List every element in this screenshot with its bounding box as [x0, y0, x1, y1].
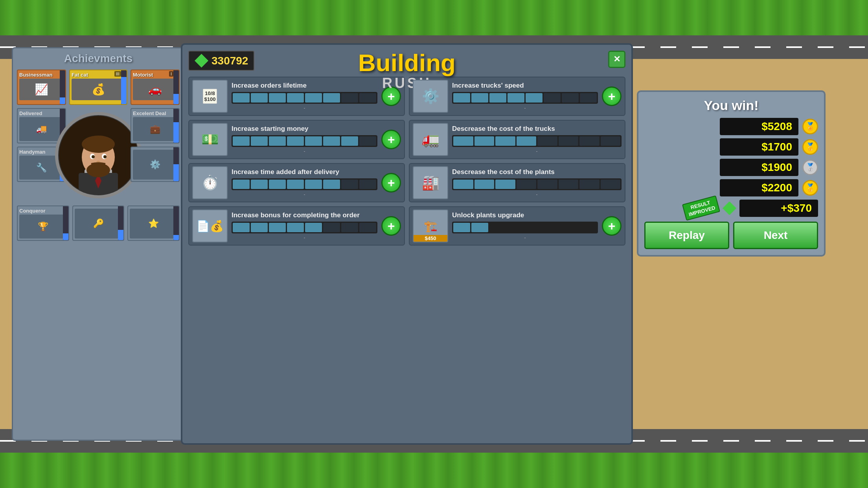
sm-seg4: [287, 136, 304, 146]
progress-blank2: [173, 206, 179, 240]
upgrade-item-plants-cost: 🏭 Descrease the cost of the plants: [409, 163, 625, 202]
up-seg7: [562, 223, 579, 232]
upgrade-bar-trucks-speed: [452, 92, 598, 104]
upgrade-icon-unlock-plants: 🏗️ $450: [413, 209, 448, 242]
avatar: [55, 112, 142, 198]
upgrade-content-bonus-order: Increase bonus for completing the order …: [232, 211, 377, 240]
achievement-card-unknown[interactable]: ⚙️: [131, 147, 180, 182]
replay-button[interactable]: Replay: [644, 222, 729, 249]
upgrade-name-unlock-plants: Unlock plants upgrade: [452, 211, 598, 219]
pc-seg5: [537, 180, 557, 189]
score-value-3: $1900: [720, 159, 798, 176]
achievement-card-excellent[interactable]: Excelent Deal 💼: [131, 108, 180, 143]
upgrade-icon-plants-cost: 🏭: [413, 166, 448, 199]
upgrade-bar-orders: [232, 92, 377, 104]
upgrade-level-trucks-cost: -: [452, 149, 622, 154]
progress-fill-motorist: [173, 94, 179, 104]
upgrade-content-unlock-plants: Unlock plants upgrade -: [452, 211, 598, 240]
upgrade-segments-unlock-plants: [452, 222, 598, 233]
pc-seg4: [517, 180, 537, 189]
bo-seg8: [359, 223, 376, 232]
upgrade-content-time-delivery: Increase time added after delivery -: [232, 168, 377, 197]
achievement-card-blank1[interactable]: 🔑: [72, 205, 125, 241]
upgrade-content-trucks-speed: Increase trucks' speed -: [452, 82, 598, 111]
you-win-panel: You win! $5208 🏅 $1700 🥇 $1900 🥈 $2200 🥇…: [637, 90, 826, 257]
achievement-card-motorist[interactable]: Motorist I 🚗: [131, 70, 180, 105]
bo-seg6: [323, 223, 340, 232]
progress-fill-fatcat: [121, 77, 127, 104]
you-win-title: You win!: [644, 98, 818, 113]
upgrade-content-plants-cost: Descrease the cost of the plants -: [452, 168, 622, 197]
td-seg7: [341, 180, 358, 189]
money-display: 330792: [188, 51, 254, 71]
score-value-4: $2200: [720, 179, 798, 196]
upgrade-name-trucks-cost: Descrease the cost of the trucks: [452, 125, 622, 133]
achievement-label-conqueror: Conqueror: [19, 208, 67, 214]
pc-seg3: [495, 180, 515, 189]
upgrade-cost-unlock: $450: [414, 235, 447, 242]
achievement-card-conqueror[interactable]: Conqueror 🏆: [17, 205, 69, 241]
ts-seg2: [471, 93, 488, 103]
upgrade-name-orders: Increase orders lifetime: [232, 82, 377, 90]
seg2: [251, 93, 268, 103]
ts-seg7: [562, 93, 579, 103]
avatar-illustration: [59, 116, 138, 194]
medal-1: 🏅: [802, 119, 818, 134]
bonus-value: +$370: [739, 200, 818, 217]
tree-row-top: [0, 0, 868, 35]
upgrade-segments-plants-cost: [452, 178, 622, 190]
tc-seg1: [453, 136, 473, 146]
achievement-card-blank2[interactable]: ⭐: [127, 205, 180, 241]
td-seg1: [233, 180, 250, 189]
upgrade-add-starting-money[interactable]: +: [381, 130, 401, 149]
seg4: [287, 93, 304, 103]
upgrade-name-time-delivery: Increase time added after delivery: [232, 168, 377, 176]
progress-conqueror: [63, 206, 68, 240]
upgrade-add-unlock-plants[interactable]: +: [602, 216, 622, 236]
bo-seg4: [287, 223, 304, 232]
ts-seg1: [453, 93, 470, 103]
tc-seg8: [601, 136, 621, 146]
upgrade-item-starting-money: 💵 Increase starting money: [188, 120, 405, 159]
upgrade-item-unlock-plants: 🏗️ $450 Unlock plants upgrade: [409, 206, 625, 246]
close-button[interactable]: ✕: [608, 51, 625, 68]
ts-seg8: [580, 93, 597, 103]
upgrade-content-trucks-cost: Descrease the cost of the trucks -: [452, 125, 622, 154]
achievement-card-fatcat[interactable]: Fat cat III 💰: [69, 70, 127, 105]
upgrade-icon-trucks-cost: 🚛: [413, 123, 448, 156]
up-seg3: [489, 223, 506, 232]
td-seg8: [359, 180, 376, 189]
bo-seg2: [251, 223, 268, 232]
upgrade-icon-starting-money: 💵: [192, 123, 228, 156]
seg5: [305, 93, 322, 103]
upgrade-name-plants-cost: Descrease the cost of the plants: [452, 168, 622, 176]
upgrade-icon-orders: 10/8$100: [192, 80, 228, 113]
upgrade-icon-time-delivery: ⏱️: [192, 166, 228, 199]
upgrade-level-time-delivery: -: [232, 192, 377, 197]
score-row-4: $2200 🥇: [644, 179, 818, 196]
bonus-row: RESULTIMPROVED +$370: [644, 200, 818, 217]
pc-seg8: [601, 180, 621, 189]
medal-4: 🥇: [802, 180, 818, 196]
upgrade-segments-bonus-order: [232, 222, 377, 233]
ts-seg5: [526, 93, 542, 103]
upgrade-name-bonus-order: Increase bonus for completing the order: [232, 211, 377, 219]
dialog-header: 330792 Building RUSH ✕: [188, 51, 625, 71]
up-seg2: [471, 223, 488, 232]
achievement-inner-businessman: 📈: [19, 79, 64, 100]
upgrade-add-time-delivery[interactable]: +: [381, 173, 401, 193]
achievement-card-businessman[interactable]: Businessman I 📈: [17, 70, 66, 105]
upgrade-bar-unlock-plants: [452, 222, 598, 233]
upgrade-add-bonus-order[interactable]: +: [381, 216, 401, 236]
score-row-1: $5208 🏅: [644, 118, 818, 135]
up-seg4: [508, 223, 524, 232]
next-button[interactable]: Next: [733, 222, 818, 249]
tc-seg3: [495, 136, 515, 146]
progress-fill-blank2: [173, 235, 179, 240]
upgrade-add-trucks-speed[interactable]: +: [602, 86, 622, 106]
result-improved-badge: RESULTIMPROVED: [682, 196, 720, 221]
achievements-panel: Achievments Businessman I 📈 Fat cat III …: [12, 47, 185, 441]
achievement-inner-delivered: 🚚: [19, 117, 64, 141]
progress-motorist: [173, 70, 179, 104]
seg8: [359, 93, 376, 103]
